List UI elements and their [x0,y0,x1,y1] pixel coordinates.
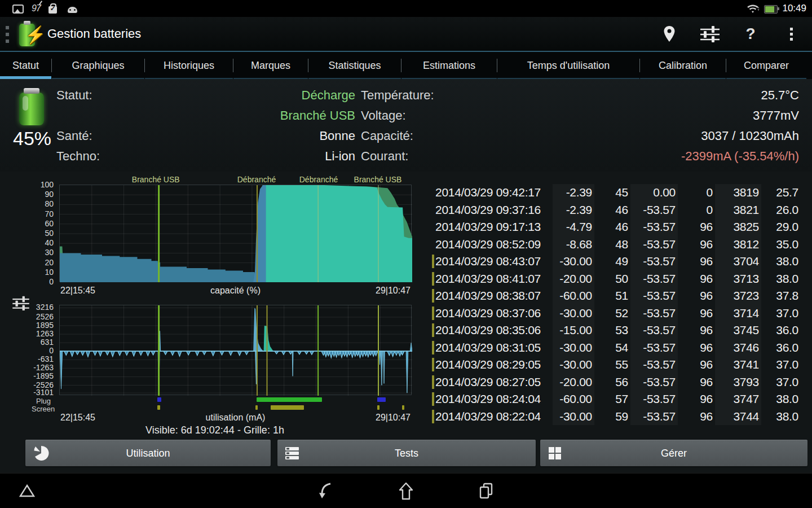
table-row[interactable]: 2014/03/29 08:22:04-30.0059-53.579637443… [431,408,807,426]
y-tick-label: 1895 [0,321,54,330]
capacity-chart[interactable] [59,185,412,282]
cell-value: -53.57 [630,391,678,408]
cell-value: 3825 [715,218,761,236]
manage-button[interactable]: Gérer [540,440,807,466]
manage-button-label: Gérer [540,448,807,459]
table-row[interactable]: 2014/03/29 08:31:05-30.0054-53.579637463… [431,339,807,357]
table-row[interactable]: 2014/03/29 08:52:09-8.6848-53.5796381235… [431,236,807,253]
tab-statut[interactable]: Statut [0,52,51,79]
tune-button[interactable] [697,21,723,47]
table-row[interactable]: 2014/03/29 08:27:05-20.0056-53.579637933… [431,374,807,391]
tab-historiques[interactable]: Historiques [145,52,233,79]
tab-label: Graphiques [72,60,124,72]
clock: 10:49 [782,3,806,14]
chart-annotation: Débranché [299,175,338,184]
cell-datetime: 2014/03/29 08:29:05 [435,358,553,371]
row-event-marker [431,287,435,305]
cell-value: 96 [678,306,715,320]
capacity-chart-title: capacité (%) [59,286,412,296]
overflow-menu-button[interactable] [778,21,804,47]
cell-value: 96 [678,272,715,286]
cell-value: 45 [594,186,630,199]
status-label: Techno: [56,149,100,164]
table-row[interactable]: 2014/03/29 09:17:13-4.7946-53.5796382529… [431,218,807,236]
cell-value: 3793 [715,374,761,391]
cell-value: 36.0 [761,323,801,337]
usage-chart-title: utilisation (mA) [59,413,412,423]
row-event-marker [431,391,435,408]
y-tick-label: 30 [0,248,54,257]
tests-button[interactable]: Tests [277,440,536,466]
cell-value: -53.57 [630,270,678,288]
help-button[interactable]: ? [738,21,764,47]
hide-nav-button[interactable] [11,479,43,503]
cell-value: -20.00 [553,374,594,391]
android-status-bar: 97 10:49 [0,0,812,17]
table-row[interactable]: 2014/03/29 09:42:17-2.39450.000381925.7 [431,184,807,202]
cell-value: 52 [594,306,630,320]
tab-marques[interactable]: Marques [233,52,308,79]
tab-graphiques[interactable]: Graphiques [52,52,144,79]
table-row[interactable]: 2014/03/29 08:37:06-30.0052-53.579637143… [431,305,807,322]
home-button[interactable] [390,479,422,503]
gallery-icon [12,3,24,14]
table-row[interactable]: 2014/03/29 08:29:05-30.0055-53.579637413… [431,356,807,374]
cell-value: -53.57 [630,339,678,357]
table-row[interactable]: 2014/03/29 08:38:07-60.0051-53.579637233… [431,287,807,305]
tab-calibration[interactable]: Calibration [640,52,726,79]
status-label: Température: [361,88,434,103]
usage-chart[interactable] [59,305,412,395]
sidebar-grip-handle[interactable] [6,26,9,43]
tab-statistiques[interactable]: Statistiques [308,52,401,79]
tab-comparer[interactable]: Comparer [726,52,806,79]
tab-estimations[interactable]: Estimations [401,52,497,79]
cell-value: 3713 [715,270,761,288]
back-button[interactable] [310,479,342,503]
status-row: Santé:BonneCapacité:3037 / 10230mAh [0,129,812,149]
plug-event-bar [157,397,161,402]
cell-value: -60.00 [553,391,594,408]
usage-button-label: Utilisation [25,448,271,459]
cell-datetime: 2014/03/29 08:35:06 [435,323,553,337]
row-event-marker [431,253,435,270]
cell-value: 38.0 [761,272,801,286]
recents-button[interactable] [470,479,502,503]
cell-value: 0.00 [630,184,678,202]
cell-value: 37.0 [761,375,801,389]
tab-label: Statistiques [328,60,381,72]
cell-value: 96 [678,255,715,268]
cell-datetime: 2014/03/29 08:38:07 [435,289,553,303]
status-row: Techno:Li-ionCourant:-2399mA (-35.54%/h) [0,149,812,169]
tab-label: Calibration [659,60,707,72]
cell-value: 37.8 [761,289,801,303]
cell-datetime: 2014/03/29 08:27:05 [435,375,553,389]
cell-value: 3714 [715,305,761,322]
row-event-marker [431,374,435,391]
y-tick-label: 631 [0,338,54,347]
cell-datetime: 2014/03/29 09:17:13 [435,220,553,234]
usage-button[interactable]: Utilisation [25,440,271,466]
y-tick-label: 100 [0,180,54,189]
status-label: Santé: [56,129,92,143]
main-content: Branché USBDébranchéDébranchéBranché USB… [0,172,812,435]
location-button[interactable] [656,21,682,47]
row-event-marker [431,356,435,374]
table-row[interactable]: 2014/03/29 09:37:16-2.3946-53.570382126.… [431,202,807,219]
table-row[interactable]: 2014/03/29 08:43:07-30.0049-53.579637043… [431,253,807,270]
cell-value: 3723 [715,287,761,305]
recents-icon [477,482,495,500]
table-row[interactable]: 2014/03/29 08:41:07-20.0050-53.579637133… [431,270,807,288]
row-event-marker [431,218,435,236]
table-row[interactable]: 2014/03/29 08:24:04-60.0057-53.579637473… [431,391,807,408]
cell-value: 50 [594,272,630,286]
cell-value: 51 [594,289,630,303]
plug-event-bar [257,397,322,402]
help-icon: ? [745,25,755,43]
table-row[interactable]: 2014/03/29 08:35:06-15.0053-53.579637453… [431,322,807,339]
cell-datetime: 2014/03/29 08:41:07 [435,272,553,286]
tab-temps-d-utilisation[interactable]: Temps d'utilisation [497,52,639,79]
status-value: Décharge [302,88,355,103]
cell-value: 53 [594,323,630,337]
store-update-icon [48,3,60,14]
x-end-label: 29|10:47 [376,286,411,296]
